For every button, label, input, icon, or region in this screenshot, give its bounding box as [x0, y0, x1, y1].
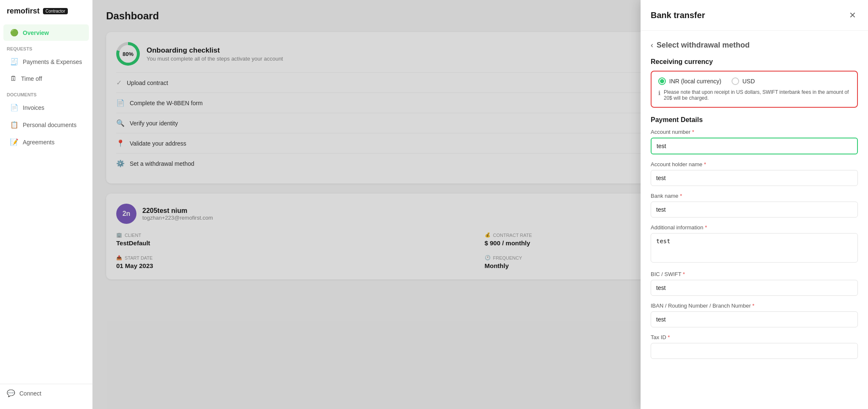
- user-name: 2205test nium: [142, 207, 213, 215]
- onboarding-info: Onboarding checklist You must complete a…: [147, 46, 283, 62]
- receiving-currency-title: Receiving currency: [651, 58, 858, 66]
- client-value: TestDefault: [116, 239, 476, 247]
- iban-group: IBAN / Routing Number / Branch Number *: [651, 303, 858, 327]
- invoices-icon: 📄: [10, 104, 19, 112]
- overview-icon: 🟢: [10, 29, 19, 37]
- account-holder-label: Account holder name *: [651, 161, 858, 167]
- account-holder-group: Account holder name *: [651, 161, 858, 186]
- account-number-input[interactable]: [651, 138, 858, 154]
- checklist-label-4: Set a withdrawal method: [130, 160, 194, 167]
- panel-body: ‹ Select withdrawal method Receiving cur…: [641, 31, 868, 409]
- logo-badge: Contractor: [43, 8, 68, 14]
- client-label: 🏢 Client: [116, 232, 476, 238]
- timeoff-icon: 🗓: [10, 75, 17, 82]
- sidebar-item-connect[interactable]: 💬 Connect: [7, 389, 85, 397]
- panel-title: Bank transfer: [651, 11, 705, 20]
- logo-area: remofirst Contractor: [0, 7, 92, 24]
- tax-id-input[interactable]: [651, 343, 858, 359]
- inr-radio-dot: [660, 79, 664, 83]
- verify-icon: 🔍: [116, 119, 125, 127]
- payments-icon: 🧾: [10, 58, 19, 66]
- account-holder-input[interactable]: [651, 170, 858, 186]
- user-info: 2205test nium togzhan+223@remofirst.com: [142, 207, 213, 221]
- additional-info-label: Additional information *: [651, 224, 858, 231]
- address-icon: 📍: [116, 139, 125, 147]
- sidebar-item-overview-label: Overview: [23, 29, 49, 36]
- bic-swift-label: BIC / SWIFT *: [651, 271, 858, 277]
- sidebar-item-payments[interactable]: 🧾 Payments & Expenses: [3, 53, 89, 70]
- sidebar-item-timeoff[interactable]: 🗓 Time off: [3, 71, 89, 87]
- sidebar-item-payments-label: Payments & Expenses: [23, 58, 82, 65]
- usd-radio[interactable]: [732, 77, 739, 85]
- documents-section-label: Documents: [0, 87, 92, 99]
- client-icon: 🏢: [116, 232, 122, 238]
- progress-label: 80%: [123, 51, 134, 57]
- user-email: togzhan+223@remofirst.com: [142, 215, 213, 221]
- rate-icon: 💰: [485, 232, 491, 238]
- checklist-label-2: Verify your identity: [130, 120, 178, 127]
- start-group: 📤 Start date 01 May 2023: [116, 255, 476, 269]
- bank-name-label: Bank name *: [651, 193, 858, 199]
- iban-input[interactable]: [651, 311, 858, 327]
- currency-options: INR (local currency) USD: [658, 77, 850, 85]
- sidebar-item-connect-label: Connect: [19, 390, 41, 397]
- close-button[interactable]: ✕: [847, 8, 858, 22]
- currency-note: ℹ Please note that upon receipt in US do…: [658, 89, 850, 101]
- sidebar-item-personal-docs[interactable]: 📋 Personal documents: [3, 117, 89, 133]
- checklist-label-1: Complete the W-8BEN form: [130, 100, 203, 106]
- sidebar: remofirst Contractor 🟢 Overview Requests…: [0, 0, 93, 409]
- tax-id-group: Tax ID *: [651, 334, 858, 359]
- checklist-label-0: Upload contract: [127, 80, 168, 86]
- back-title: Select withdrawal method: [657, 41, 750, 50]
- inr-label: INR (local currency): [669, 78, 721, 85]
- sidebar-item-timeoff-label: Time off: [21, 75, 42, 82]
- account-number-group: Account number *: [651, 129, 858, 154]
- additional-info-group: Additional information *: [651, 224, 858, 264]
- start-label: 📤 Start date: [116, 255, 476, 260]
- start-value: 01 May 2023: [116, 262, 476, 269]
- checklist-label-3: Validate your address: [130, 140, 186, 147]
- avatar: 2n: [116, 204, 136, 224]
- sidebar-item-overview[interactable]: 🟢 Overview: [3, 24, 89, 41]
- panel-header: Bank transfer ✕: [641, 0, 868, 31]
- personal-docs-icon: 📋: [10, 121, 19, 129]
- bank-transfer-panel: Bank transfer ✕ ‹ Select withdrawal meth…: [641, 0, 868, 409]
- form-icon: 📄: [116, 99, 125, 107]
- currency-note-text: Please note that upon receipt in US doll…: [664, 89, 850, 101]
- upload-icon: ✓: [116, 79, 122, 87]
- onboarding-title: Onboarding checklist: [147, 46, 283, 55]
- account-number-label: Account number *: [651, 129, 858, 135]
- currency-box: INR (local currency) USD ℹ Please note t…: [651, 71, 858, 108]
- requests-section-label: Requests: [0, 41, 92, 53]
- connect-icon: 💬: [7, 389, 15, 397]
- back-nav[interactable]: ‹ Select withdrawal method: [651, 41, 858, 50]
- sidebar-item-invoices[interactable]: 📄 Invoices: [3, 99, 89, 116]
- additional-info-input[interactable]: [651, 233, 858, 263]
- logo-text: remofirst: [7, 7, 40, 16]
- progress-circle: 80%: [116, 42, 140, 66]
- sidebar-item-personal-docs-label: Personal documents: [23, 122, 77, 128]
- iban-label: IBAN / Routing Number / Branch Number *: [651, 303, 858, 309]
- info-icon: ℹ: [658, 90, 660, 96]
- bic-swift-input[interactable]: [651, 280, 858, 296]
- start-icon: 📤: [116, 255, 122, 260]
- sidebar-item-agreements[interactable]: 📝 Agreements: [3, 134, 89, 150]
- back-arrow-icon: ‹: [651, 41, 653, 50]
- sidebar-item-agreements-label: Agreements: [23, 139, 54, 146]
- tax-id-label: Tax ID *: [651, 334, 858, 340]
- inr-option[interactable]: INR (local currency): [658, 77, 721, 85]
- sidebar-item-invoices-label: Invoices: [23, 104, 44, 111]
- usd-option[interactable]: USD: [732, 77, 755, 85]
- sidebar-bottom: 💬 Connect: [0, 384, 92, 402]
- payment-details-title: Payment Details: [651, 116, 858, 124]
- inr-radio[interactable]: [658, 77, 666, 85]
- frequency-icon: 🕐: [485, 255, 491, 260]
- onboarding-subtitle: You must complete all of the steps activ…: [147, 56, 283, 62]
- client-group: 🏢 Client TestDefault: [116, 232, 476, 247]
- bank-name-input[interactable]: [651, 202, 858, 218]
- withdrawal-icon: ⚙️: [116, 159, 125, 167]
- usd-label: USD: [742, 78, 755, 85]
- agreements-icon: 📝: [10, 138, 19, 146]
- bic-swift-group: BIC / SWIFT *: [651, 271, 858, 296]
- bank-name-group: Bank name *: [651, 193, 858, 218]
